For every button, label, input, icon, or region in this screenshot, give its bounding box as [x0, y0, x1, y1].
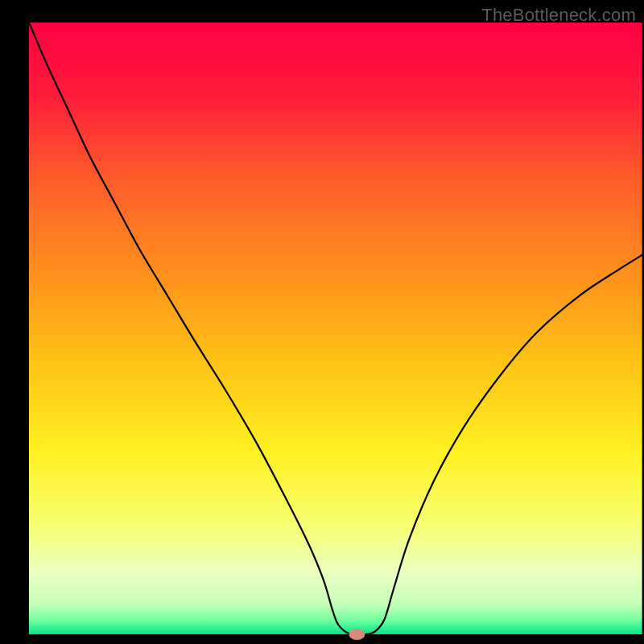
chart-svg — [0, 0, 644, 644]
optimal-point-marker — [349, 629, 365, 640]
plot-background — [29, 23, 642, 634]
attribution-text: TheBottleneck.com — [481, 5, 636, 26]
bottleneck-chart: TheBottleneck.com — [0, 0, 644, 644]
